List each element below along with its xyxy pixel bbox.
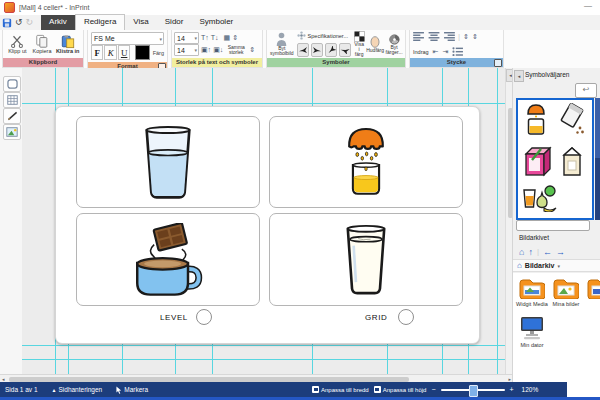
back-arrow-icon[interactable]: ← (543, 247, 552, 257)
same-size-button[interactable]: Samma storlek (225, 45, 247, 55)
tab-visa[interactable]: Visa (125, 15, 156, 30)
image-tool-button[interactable] (3, 124, 21, 140)
hscroll-thumb[interactable] (9, 377, 409, 382)
paste-button[interactable]: Klistra in (54, 34, 81, 55)
indent-button[interactable]: Indrag (413, 49, 429, 55)
size-updown-icon[interactable]: ⇕ (232, 34, 238, 42)
tab-arkiv[interactable]: Arkiv (41, 15, 75, 30)
fit-height-button[interactable]: Anpassa till höjd (374, 386, 427, 393)
grid-radio[interactable] (398, 309, 414, 325)
folder-mina-bilder-label[interactable]: Mina bilder (549, 301, 583, 307)
folder-mina-bilder-icon[interactable] (553, 279, 579, 299)
select-mode-button[interactable]: Markera (116, 386, 148, 394)
folder-clipped-icon[interactable] (587, 279, 600, 299)
plane-down-icon (340, 46, 350, 54)
symbol-bigger-icon[interactable]: ▣↑ (201, 46, 211, 54)
size-updown2-icon[interactable]: ⇕ (249, 46, 255, 54)
paragraph-group-label: Stycke (410, 58, 503, 67)
bullet-list-icon[interactable] (452, 47, 464, 56)
guide-line (497, 68, 498, 374)
cell-milk-glass[interactable] (269, 213, 463, 306)
zoom-slider[interactable] (441, 389, 505, 391)
home-icon[interactable]: ⌂ (519, 247, 524, 257)
show-in-color-button[interactable]: Visa i färg (354, 31, 365, 57)
align-left-icon[interactable] (413, 32, 425, 41)
ribbon-group-clipboard: Klipp ut Kopiera Klistra in Klippbord (2, 30, 84, 68)
symbol-smaller-icon[interactable]: ▣↓ (213, 46, 223, 54)
change-colors-button[interactable]: Byt färger... (386, 31, 403, 57)
symbol-fruit-drinks[interactable] (522, 184, 558, 212)
symbol-scrollbar-thumb[interactable] (595, 98, 600, 158)
tab-sidor[interactable]: Sidor (157, 15, 192, 30)
cut-button[interactable]: Klipp ut (5, 34, 30, 55)
symbol-scrollbar[interactable] (595, 98, 600, 220)
forward-arrow-icon[interactable]: → (556, 247, 565, 257)
symbol-results-box (516, 98, 594, 220)
font-caret-icon: ▾ (158, 36, 163, 42)
indent-icon[interactable]: ⇥ (442, 48, 448, 56)
up-icon[interactable]: ↑ (528, 247, 533, 257)
text-smaller-icon[interactable]: T↓ (211, 34, 219, 42)
paragraph-dialog-launcher-icon[interactable] (494, 59, 502, 67)
font-color-swatch[interactable] (135, 45, 149, 60)
folder-widgit-media-icon[interactable] (519, 279, 545, 299)
change-symbol-button[interactable]: Byt symbolbild (270, 31, 294, 57)
document-page[interactable]: LEVEL GRID (55, 106, 480, 344)
zoom-slider-handle[interactable] (469, 385, 478, 397)
tab-redigera[interactable]: Redigera (75, 14, 125, 30)
symbol-back-button[interactable]: ↩ (575, 83, 597, 98)
undo-button[interactable]: ↺ (15, 17, 23, 28)
level-radio[interactable] (196, 309, 212, 325)
window-title: [Mall] 4 celler* - InPrint (19, 4, 89, 11)
skin-tone-button[interactable]: Hudfärg (368, 31, 383, 57)
fit-width-button[interactable]: Anpassa till bredd (312, 386, 369, 393)
line-spacing-icon[interactable]: ⇕ (463, 33, 469, 41)
document-canvas[interactable]: LEVEL GRID (22, 68, 505, 374)
folder-widgit-media-label[interactable]: Widgit Media (515, 301, 549, 307)
underline-button[interactable]: U (118, 45, 130, 60)
frame-tool-button[interactable] (3, 76, 21, 92)
cell-water-glass[interactable] (76, 116, 260, 208)
symbol-pouring-jug[interactable] (556, 103, 586, 135)
panel-collapse-icon[interactable]: ◂ (514, 70, 524, 82)
page-manager-button[interactable]: ▲ Sidhanteringen (52, 386, 103, 393)
text-size-spinner[interactable]: 14 ▾ (174, 32, 199, 44)
text-bigger-icon[interactable]: T↑ (201, 34, 209, 42)
align-right-icon[interactable] (443, 32, 455, 41)
table-tool-button[interactable] (3, 92, 21, 108)
symbol-juice-box[interactable] (522, 144, 552, 178)
minimize-button[interactable]: — (584, 1, 592, 11)
zoom-level: 120% (522, 386, 539, 393)
redo-button[interactable]: ↻ (26, 17, 34, 28)
symbol-search-input[interactable] (516, 220, 590, 231)
qualifier-plural-button[interactable] (297, 43, 309, 57)
cell-orange-juice[interactable] (269, 116, 463, 208)
min-dator-icon[interactable] (520, 316, 544, 340)
symbols-group-label: Symboler (267, 58, 405, 67)
archive-breadcrumb[interactable]: ⌂ Bildarkiv ▾ (513, 259, 600, 272)
min-dator-label[interactable]: Min dator (515, 342, 549, 348)
symbol-citrus-press[interactable] (523, 103, 549, 137)
size-grid-icon[interactable]: ▦ (224, 34, 231, 42)
para-spacing-icon[interactable]: ⇕ (472, 33, 478, 41)
align-center-icon[interactable] (428, 32, 440, 41)
italic-button[interactable]: K (104, 45, 116, 60)
qualifier-past-button[interactable] (311, 43, 323, 57)
change-symbol-label: Byt symbolbild (270, 46, 294, 56)
bold-button[interactable]: F (91, 45, 103, 60)
save-icon[interactable] (2, 18, 12, 28)
line-tool-button[interactable] (3, 108, 21, 124)
symbol-size-spinner[interactable]: 14 ▾ (174, 44, 199, 56)
font-select[interactable]: FS Me ▾ (91, 32, 164, 45)
outdent-icon[interactable]: ⇤ (433, 48, 439, 56)
zoom-out-button[interactable]: − (431, 386, 435, 393)
qualifiers-button[interactable]: Specifikationer... (297, 31, 351, 40)
symbol-milk-carton[interactable] (560, 144, 584, 178)
tab-symboler[interactable]: Symboler (191, 15, 241, 30)
cell-hot-chocolate[interactable] (76, 213, 260, 306)
copy-button[interactable]: Kopiera (30, 34, 55, 55)
zoom-in-button[interactable]: + (510, 386, 514, 393)
qualifier-future-button[interactable] (325, 43, 337, 57)
qualifier-negative-button[interactable] (339, 43, 351, 57)
cut-label: Klipp ut (8, 49, 26, 55)
